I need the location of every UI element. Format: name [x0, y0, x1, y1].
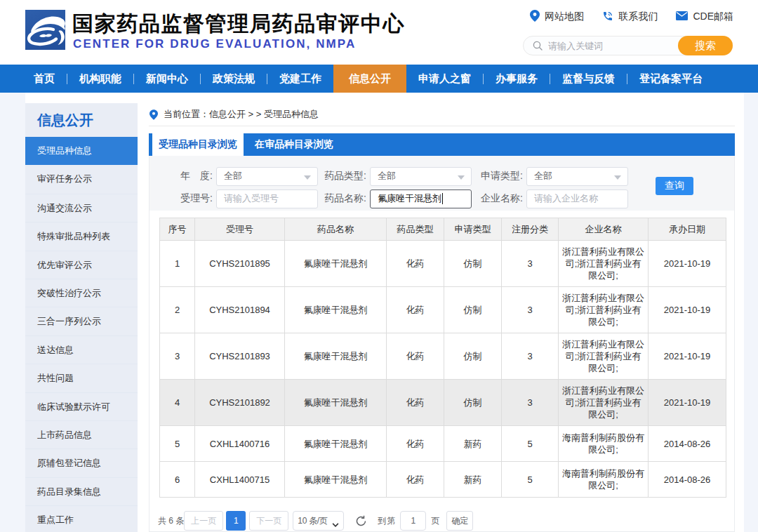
breadcrumb-text: 当前位置：信息公开 > > 受理品种信息	[164, 108, 319, 121]
sidebar-item-2[interactable]: 审评任务公示	[25, 165, 138, 193]
apply-type-select[interactable]: 全部	[526, 167, 628, 186]
cell: 浙江普利药业有限公司;浙江普利药业有限公司;	[559, 333, 649, 380]
nav-item-1[interactable]: 首页	[22, 65, 67, 93]
apply-type-select-value: 全部	[534, 170, 552, 182]
sidebar-item-3[interactable]: 沟通交流公示	[25, 194, 138, 222]
pagination: 共 6 条 上一页 1 下一页 10 条/页 到第 页 确定	[158, 511, 734, 531]
cell: 2021-10-19	[649, 287, 726, 333]
site-search-input[interactable]	[548, 41, 679, 51]
goto-page-input[interactable]	[400, 511, 426, 531]
sidebar-item-10[interactable]: 临床试验默示许可	[25, 392, 138, 420]
sidebar-item-13[interactable]: 药品目录集信息	[25, 477, 138, 505]
sidebar-item-9[interactable]: 共性问题	[25, 364, 138, 392]
table-row-3[interactable]: 3CYHS2101893氟康唑干混悬剂化药仿制3浙江普利药业有限公司;浙江普利药…	[160, 333, 726, 380]
nav-item-3[interactable]: 新闻中心	[134, 65, 200, 93]
cell: 浙江普利药业有限公司;浙江普利药业有限公司;	[559, 287, 649, 333]
nav-item-7[interactable]: 申请人之窗	[406, 65, 483, 93]
confirm-button[interactable]: 确定	[446, 511, 473, 531]
apply-type-label: 申请类型:	[472, 170, 523, 182]
sidebar-item-7[interactable]: 三合一序列公示	[25, 307, 138, 335]
sidebar-item-12[interactable]: 原辅包登记信息	[25, 448, 138, 477]
contact-label: 联系我们	[618, 11, 658, 23]
envelope-icon	[676, 11, 688, 22]
company-name-label: 企业名称:	[472, 192, 523, 205]
accept-no-label: 受理号:	[149, 192, 213, 205]
cell: 新药	[444, 426, 502, 462]
cell: 氟康唑干混悬剂	[285, 287, 387, 333]
cell: 5	[160, 426, 195, 462]
cell: 海南普利制药股份有限公司;	[559, 462, 649, 498]
chevron-down-icon	[458, 175, 465, 180]
nav-item-8[interactable]: 办事服务	[484, 65, 550, 93]
drug-type-select[interactable]: 全部	[370, 167, 472, 186]
table-row-5[interactable]: 5CXHL1400716氟康唑干混悬剂化药新药5海南普利制药股份有限公司;201…	[160, 426, 726, 462]
goto-page-unit: 页	[431, 515, 439, 527]
cell: 仿制	[444, 287, 502, 333]
sidebar-item-8[interactable]: 送达信息	[25, 335, 138, 364]
nav-item-4[interactable]: 政策法规	[201, 65, 267, 93]
column-header: 注册分类	[502, 218, 559, 241]
location-pin-icon	[530, 10, 540, 24]
tab-1[interactable]: 受理品种目录浏览	[152, 133, 244, 156]
drug-name-input[interactable]: 氟康唑干混悬剂	[370, 189, 472, 208]
cell: 化药	[387, 333, 444, 380]
breadcrumb: 当前位置：信息公开 > > 受理品种信息	[149, 103, 735, 126]
sidebar-title: 信息公开	[25, 103, 138, 137]
table-row-4[interactable]: 4CYHS2101892氟康唑干混悬剂化药仿制3浙江普利药业有限公司;浙江普利药…	[160, 380, 726, 426]
nav-item-5[interactable]: 党建工作	[267, 65, 333, 93]
query-button[interactable]: 查询	[656, 177, 693, 195]
sidebar-item-5[interactable]: 优先审评公示	[25, 251, 138, 279]
cell: 仿制	[444, 241, 502, 287]
cell: 5	[502, 462, 559, 498]
company-name-input[interactable]: 请输入企业名称	[526, 189, 628, 208]
contact-link[interactable]: 联系我们	[602, 11, 658, 24]
year-select[interactable]: 全部	[216, 167, 318, 186]
cde-mail-link[interactable]: CDE邮箱	[676, 11, 733, 23]
breadcrumb-pin-icon	[149, 109, 158, 120]
cell: 浙江普利药业有限公司;浙江普利药业有限公司;	[559, 380, 649, 426]
cell: 化药	[387, 426, 444, 462]
nav-item-6[interactable]: 信息公开	[333, 65, 406, 93]
table-row-2[interactable]: 2CYHS2101894氟康唑干混悬剂化药仿制3浙江普利药业有限公司;浙江普利药…	[160, 287, 726, 333]
cell: 海南普利制药股份有限公司;	[559, 426, 649, 462]
site-search-button[interactable]: 搜索	[678, 36, 733, 55]
nav-item-9[interactable]: 监督与反馈	[550, 65, 627, 93]
sidebar-item-6[interactable]: 突破性治疗公示	[25, 279, 138, 307]
refresh-icon[interactable]	[355, 515, 367, 527]
sidebar-item-1[interactable]: 受理品种信息	[25, 137, 138, 165]
cell: 3	[502, 287, 559, 333]
drug-type-label: 药品类型:	[318, 170, 366, 182]
cell: 2021-10-19	[649, 380, 726, 426]
column-header: 受理号	[195, 218, 285, 241]
cell: CYHS2101892	[195, 380, 285, 426]
page-size-value: 10 条/页	[298, 515, 327, 527]
table-row-6[interactable]: 6CXHL1400715氟康唑干混悬剂化药新药5海南普利制药股份有限公司;201…	[160, 462, 726, 498]
year-select-value: 全部	[224, 170, 242, 182]
cell: CXHL1400715	[195, 462, 285, 498]
sidebar-item-14[interactable]: 重点工作	[25, 505, 138, 532]
page-number-1[interactable]: 1	[226, 511, 246, 531]
table-header-row: 序号受理号药品名称药品类型申请类型注册分类企业名称承办日期	[160, 218, 726, 241]
tab-2[interactable]: 在审品种目录浏览	[244, 133, 345, 156]
cell: 3	[502, 333, 559, 380]
cell: 氟康唑干混悬剂	[285, 462, 387, 498]
chevron-down-icon	[304, 175, 311, 180]
nav-item-2[interactable]: 机构职能	[67, 65, 133, 93]
site-header: 国家药品监督管理局药品审评中心 CENTER FOR DRUG EVALUATI…	[0, 0, 758, 65]
nav-item-10[interactable]: 登记备案平台	[627, 65, 714, 93]
sitemap-link[interactable]: 网站地图	[530, 10, 584, 24]
prev-page-button[interactable]: 上一页	[184, 511, 223, 531]
cell: 2014-08-26	[649, 426, 726, 462]
cell: 化药	[387, 380, 444, 426]
accept-no-input[interactable]: 请输入受理号	[216, 189, 318, 208]
filter-row-2: 受理号: 请输入受理号 药品名称: 氟康唑干混悬剂 企业名称: 请输入企业名称	[149, 189, 734, 208]
site-search-bar: 搜索	[523, 36, 733, 55]
next-page-button[interactable]: 下一页	[249, 511, 288, 531]
sidebar-item-11[interactable]: 上市药品信息	[25, 420, 138, 448]
cell: 仿制	[444, 380, 502, 426]
tab-panel: 年 度: 全部 药品类型: 全部 申请类型: 全部	[149, 156, 735, 532]
sidebar-item-4[interactable]: 特殊审批品种列表	[25, 222, 138, 250]
page-size-select[interactable]: 10 条/页	[293, 511, 344, 531]
table-row-1[interactable]: 1CYHS2101895氟康唑干混悬剂化药仿制3浙江普利药业有限公司;浙江普利药…	[160, 241, 726, 287]
cell: CYHS2101894	[195, 287, 285, 333]
